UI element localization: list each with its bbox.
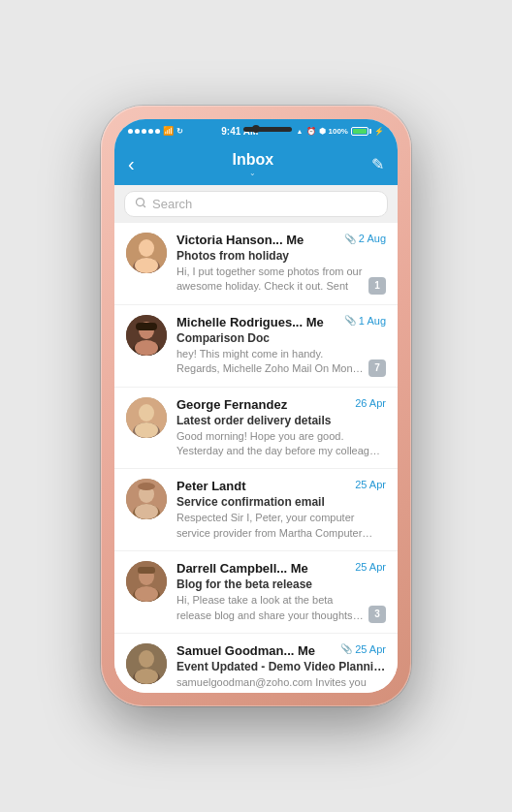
- email-preview: samuelgoodman@zoho.com Invites you: [176, 675, 386, 690]
- nav-title: Inbox: [233, 151, 274, 169]
- email-subject: Event Updated - Demo Video Planning: [176, 660, 386, 673]
- attachment-icon: 📎: [344, 315, 356, 326]
- email-item[interactable]: Victoria Hanson... Me 📎 2 Aug Photos fro…: [114, 223, 398, 305]
- search-input-wrap[interactable]: Search: [124, 191, 388, 217]
- email-item[interactable]: Darrell Campbell... Me 25 Apr Blog for t…: [114, 551, 398, 634]
- avatar: [126, 643, 167, 684]
- svg-point-28: [135, 669, 158, 684]
- signal-dot: [155, 129, 160, 134]
- email-header: Victoria Hanson... Me 📎 2 Aug: [176, 233, 386, 247]
- nav-bar: ‹ Inbox ⌄ ✎: [114, 142, 398, 185]
- battery-percent: 100%: [329, 127, 348, 136]
- email-content: Darrell Campbell... Me 25 Apr Blog for t…: [176, 561, 386, 623]
- email-list: Victoria Hanson... Me 📎 2 Aug Photos fro…: [114, 223, 398, 693]
- nav-title-wrap: Inbox ⌄: [233, 151, 274, 177]
- email-preview: Hi, I put together some photos from our …: [176, 265, 365, 295]
- email-preview-wrap: Hi, I put together some photos from our …: [176, 265, 386, 295]
- search-placeholder: Search: [152, 197, 192, 211]
- email-item[interactable]: Michelle Rodrigues... Me 📎 1 Aug Compari…: [114, 305, 398, 388]
- email-preview: hey! This might come in handy. Regards, …: [176, 347, 365, 377]
- attachment-icon: 📎: [344, 234, 356, 244]
- avatar: [126, 397, 167, 438]
- email-sender: George Fernandez: [176, 397, 355, 412]
- email-sender: Peter Landt: [176, 479, 355, 493]
- email-preview-wrap: hey! This might come in handy. Regards, …: [176, 347, 386, 377]
- search-bar: Search: [114, 185, 398, 223]
- email-content: Victoria Hanson... Me 📎 2 Aug Photos fro…: [176, 233, 386, 295]
- email-date: 26 Apr: [355, 397, 386, 409]
- email-subject: Latest order delivery details: [176, 414, 386, 427]
- avatar: [126, 479, 167, 519]
- email-badge: 7: [368, 359, 386, 377]
- svg-point-3: [139, 239, 154, 257]
- email-date: 25 Apr: [355, 643, 386, 655]
- signal-dot: [142, 129, 146, 134]
- svg-point-26: [139, 650, 154, 668]
- email-subject: Comparison Doc: [176, 331, 386, 345]
- email-sender: Victoria Hanson... Me: [176, 233, 344, 247]
- email-content: Michelle Rodrigues... Me 📎 1 Aug Compari…: [176, 315, 386, 377]
- nav-chevron-icon: ⌄: [249, 169, 256, 177]
- email-date-wrap: 25 Apr: [355, 479, 386, 490]
- email-header: Michelle Rodrigues... Me 📎 1 Aug: [176, 315, 386, 329]
- battery-fill: [353, 129, 367, 134]
- email-preview-wrap: Hi, Please take a look at the beta relea…: [176, 593, 386, 623]
- search-icon: [135, 197, 146, 211]
- svg-point-23: [135, 586, 158, 602]
- signal-dot: [148, 129, 153, 134]
- svg-rect-24: [138, 567, 155, 574]
- svg-line-1: [143, 204, 144, 206]
- email-sender: Michelle Rodrigues... Me: [176, 315, 344, 329]
- email-sender: Darrell Campbell... Me: [176, 561, 355, 576]
- email-date: 25 Apr: [355, 479, 386, 490]
- bluetooth-icon: ⬢: [319, 127, 326, 136]
- avatar: [126, 561, 167, 602]
- phone-device: 📶 ↻ 9:41 AM ▲ ⏰ ⬢ 100% ⚡ ‹: [101, 106, 411, 706]
- email-header: George Fernandez 26 Apr: [176, 397, 386, 412]
- email-content: Peter Landt 25 Apr Service confirmation …: [176, 479, 386, 541]
- email-date-wrap: 26 Apr: [355, 397, 386, 409]
- signal-bars: [128, 129, 160, 134]
- alarm-icon: ⏰: [306, 127, 316, 136]
- email-date-wrap: 📎 1 Aug: [344, 315, 386, 327]
- location-icon: ▲: [297, 128, 304, 135]
- attachment-icon: 📎: [340, 643, 352, 654]
- email-preview-wrap: Respected Sir I, Peter, your computer se…: [176, 511, 386, 541]
- signal-dot: [128, 129, 133, 134]
- compose-button[interactable]: ✎: [371, 155, 384, 173]
- email-subject: Photos from holiday: [176, 249, 386, 263]
- phone-screen: 📶 ↻ 9:41 AM ▲ ⏰ ⬢ 100% ⚡ ‹: [114, 119, 398, 693]
- email-date-wrap: 25 Apr: [355, 561, 386, 573]
- email-header: Samuel Goodman... Me 📎 25 Apr: [176, 643, 386, 658]
- avatar: [126, 315, 167, 356]
- back-button[interactable]: ‹: [128, 154, 135, 173]
- status-right: ▲ ⏰ ⬢ 100% ⚡: [297, 127, 384, 136]
- email-date-wrap: 📎 25 Apr: [340, 643, 386, 655]
- email-content: George Fernandez 26 Apr Latest order del…: [176, 397, 386, 459]
- email-item[interactable]: Peter Landt 25 Apr Service confirmation …: [114, 469, 398, 551]
- email-subject: Service confirmation email: [176, 495, 386, 509]
- email-header: Peter Landt 25 Apr: [176, 479, 386, 493]
- email-item[interactable]: George Fernandez 26 Apr Latest order del…: [114, 388, 398, 470]
- battery-body: [351, 127, 368, 136]
- email-subject: Blog for the beta release: [176, 578, 386, 591]
- battery-indicator: [351, 127, 371, 136]
- email-date: 25 Apr: [355, 561, 386, 573]
- status-left: 📶 ↻: [128, 126, 183, 136]
- email-date-wrap: 📎 2 Aug: [344, 233, 386, 244]
- email-item[interactable]: Samuel Goodman... Me 📎 25 Apr Event Upda…: [114, 634, 398, 693]
- email-date: 2 Aug: [359, 233, 386, 244]
- speaker-grille: [243, 127, 292, 132]
- email-preview: Respected Sir I, Peter, your computer se…: [176, 511, 386, 541]
- email-preview-wrap: samuelgoodman@zoho.com Invites you: [176, 675, 386, 690]
- avatar: [126, 233, 167, 273]
- svg-point-9: [135, 340, 158, 356]
- wifi-icon: 📶: [163, 126, 174, 136]
- email-preview: Good morning! Hope you are good. Yesterd…: [176, 429, 386, 459]
- svg-point-19: [138, 483, 155, 490]
- signal-dot: [135, 129, 140, 134]
- email-preview: Hi, Please take a look at the beta relea…: [176, 593, 365, 623]
- email-date: 1 Aug: [359, 315, 386, 327]
- battery-tip: [369, 129, 371, 134]
- svg-point-18: [135, 504, 158, 519]
